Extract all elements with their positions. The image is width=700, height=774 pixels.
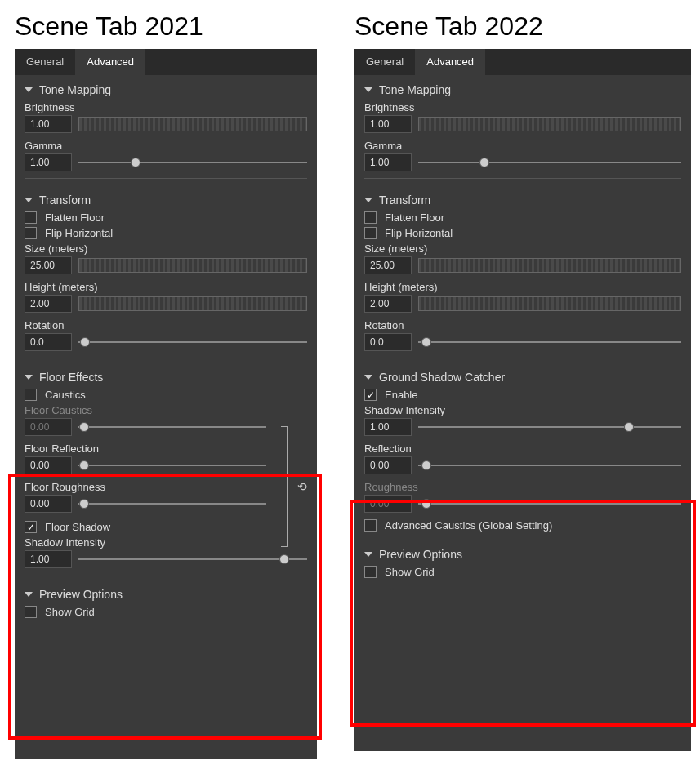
- label-rotation: Rotation: [25, 319, 307, 331]
- input-height[interactable]: 2.00: [364, 295, 412, 313]
- slider-brightness[interactable]: [78, 117, 307, 131]
- section-title: Preview Options: [39, 588, 123, 601]
- divider: [25, 178, 307, 179]
- section-header-transform[interactable]: Transform: [364, 194, 681, 207]
- label-floor-shadow: Floor Shadow: [45, 521, 110, 533]
- tabbar: General Advanced: [15, 49, 317, 75]
- label-gamma: Gamma: [364, 140, 681, 152]
- label-caustics: Caustics: [45, 389, 86, 401]
- checkbox-flip-horizontal[interactable]: [25, 227, 37, 239]
- input-rotation[interactable]: 0.0: [364, 333, 412, 351]
- chevron-down-icon: [25, 87, 33, 92]
- input-brightness[interactable]: 1.00: [364, 115, 412, 133]
- section-transform: Transform Flatten Floor Flip Horizontal …: [354, 185, 691, 363]
- label-shadow-intensity: Shadow Intensity: [364, 404, 681, 416]
- slider-roughness[interactable]: [418, 496, 681, 511]
- input-size[interactable]: 25.00: [364, 256, 412, 274]
- section-title: Tone Mapping: [39, 83, 111, 96]
- checkbox-floor-shadow[interactable]: ✓: [25, 521, 37, 533]
- label-advanced-caustics: Advanced Caustics (Global Setting): [385, 519, 552, 532]
- tabbar: General Advanced: [354, 49, 691, 75]
- label-flip-horizontal: Flip Horizontal: [45, 227, 113, 239]
- slider-rotation[interactable]: [418, 335, 681, 349]
- slider-shadow-intensity[interactable]: [78, 552, 307, 567]
- chevron-down-icon: [364, 198, 372, 202]
- section-header-ground-shadow[interactable]: Ground Shadow Catcher: [364, 371, 681, 384]
- input-floor-roughness[interactable]: 0.00: [25, 495, 72, 513]
- slider-shadow-intensity[interactable]: [418, 420, 681, 434]
- section-title: Transform: [379, 194, 430, 207]
- slider-brightness[interactable]: [418, 117, 681, 131]
- checkbox-flatten-floor[interactable]: [364, 211, 377, 224]
- chevron-down-icon: [364, 375, 372, 380]
- label-flatten-floor: Flatten Floor: [45, 211, 105, 224]
- label-show-grid: Show Grid: [385, 566, 435, 578]
- input-roughness[interactable]: 0.00: [364, 495, 412, 513]
- label-height: Height (meters): [25, 281, 307, 293]
- label-brightness: Brightness: [364, 101, 681, 113]
- link-icon[interactable]: ⟲: [297, 480, 307, 493]
- section-header-preview[interactable]: Preview Options: [25, 588, 307, 601]
- section-header-floor-effects[interactable]: Floor Effects: [25, 371, 307, 384]
- checkbox-caustics[interactable]: [25, 389, 37, 401]
- title-2022: Scene Tab 2022: [354, 11, 543, 42]
- checkbox-show-grid[interactable]: [364, 566, 377, 578]
- checkbox-advanced-caustics[interactable]: [364, 519, 377, 532]
- slider-size[interactable]: [78, 258, 307, 273]
- section-title: Tone Mapping: [379, 83, 451, 96]
- chevron-down-icon: [364, 552, 372, 557]
- panel-2021: General Advanced Tone Mapping Brightness…: [15, 49, 317, 759]
- label-rotation: Rotation: [364, 319, 681, 331]
- slider-floor-caustics[interactable]: [78, 420, 266, 434]
- slider-gamma[interactable]: [418, 155, 681, 170]
- input-shadow-intensity[interactable]: 1.00: [364, 418, 412, 436]
- tab-advanced[interactable]: Advanced: [415, 49, 485, 75]
- section-title: Floor Effects: [39, 371, 103, 384]
- section-header-transform[interactable]: Transform: [25, 194, 307, 207]
- checkbox-enable[interactable]: ✓: [364, 389, 377, 401]
- slider-floor-roughness[interactable]: [78, 496, 266, 511]
- input-gamma[interactable]: 1.00: [364, 153, 412, 171]
- section-tone-mapping: Tone Mapping Brightness 1.00 Gamma 1.00: [354, 75, 691, 185]
- panel-2022: General Advanced Tone Mapping Brightness…: [354, 49, 691, 751]
- section-header-tone-mapping[interactable]: Tone Mapping: [364, 83, 681, 96]
- tab-advanced[interactable]: Advanced: [75, 49, 145, 75]
- label-reflection: Reflection: [364, 443, 681, 455]
- slider-reflection[interactable]: [418, 458, 681, 473]
- input-brightness[interactable]: 1.00: [25, 115, 72, 133]
- input-floor-reflection[interactable]: 0.00: [25, 456, 72, 474]
- chevron-down-icon: [25, 375, 33, 380]
- label-gamma: Gamma: [25, 140, 307, 152]
- section-preview-options: Preview Options Show Grid: [354, 540, 691, 586]
- checkbox-show-grid[interactable]: [25, 606, 37, 618]
- input-reflection[interactable]: 0.00: [364, 456, 412, 474]
- input-size[interactable]: 25.00: [25, 256, 72, 274]
- section-title: Ground Shadow Catcher: [379, 371, 505, 384]
- input-rotation[interactable]: 0.0: [25, 333, 72, 351]
- label-size: Size (meters): [364, 242, 681, 255]
- label-flatten-floor: Flatten Floor: [385, 211, 444, 224]
- slider-gamma[interactable]: [78, 155, 307, 170]
- section-title: Preview Options: [379, 548, 462, 561]
- input-height[interactable]: 2.00: [25, 295, 72, 313]
- section-header-tone-mapping[interactable]: Tone Mapping: [25, 83, 307, 96]
- chevron-down-icon: [364, 87, 372, 92]
- label-show-grid: Show Grid: [45, 606, 95, 618]
- slider-height[interactable]: [78, 296, 307, 311]
- slider-height[interactable]: [418, 296, 681, 311]
- label-size: Size (meters): [25, 242, 307, 255]
- input-gamma[interactable]: 1.00: [25, 153, 72, 171]
- section-header-preview[interactable]: Preview Options: [364, 548, 681, 561]
- slider-floor-reflection[interactable]: [78, 458, 266, 473]
- checkbox-flatten-floor[interactable]: [25, 211, 37, 224]
- slider-rotation[interactable]: [78, 335, 307, 349]
- section-ground-shadow-catcher: Ground Shadow Catcher ✓ Enable Shadow In…: [354, 363, 691, 540]
- checkbox-flip-horizontal[interactable]: [364, 227, 377, 239]
- slider-size[interactable]: [418, 258, 681, 273]
- input-floor-caustics[interactable]: 0.00: [25, 418, 72, 436]
- tab-general[interactable]: General: [354, 49, 415, 75]
- label-roughness: Roughness: [364, 481, 681, 493]
- input-shadow-intensity[interactable]: 1.00: [25, 550, 72, 568]
- section-preview-options: Preview Options Show Grid: [15, 580, 317, 626]
- tab-general[interactable]: General: [15, 49, 75, 75]
